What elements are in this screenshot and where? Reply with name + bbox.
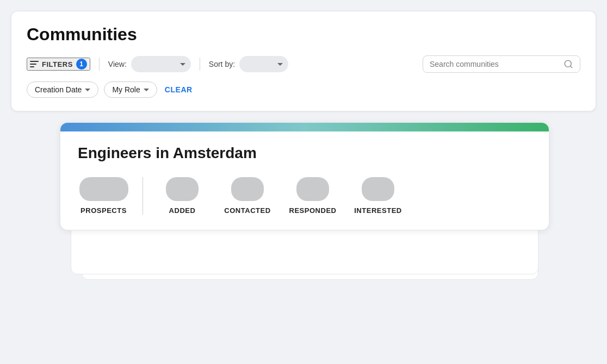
chevron-down-icon-3	[85, 89, 90, 91]
clear-button[interactable]: CLEAR	[163, 82, 195, 97]
filter-tags-row: Creation Date My Role CLEAR	[27, 81, 580, 98]
chevron-down-icon	[180, 63, 185, 66]
added-bubble	[166, 177, 199, 201]
search-icon	[563, 59, 573, 69]
sortby-label: Sort by:	[209, 60, 235, 68]
search-input[interactable]	[430, 60, 559, 68]
chevron-down-icon-2	[277, 63, 283, 66]
stat-group-responded: RESPONDED	[280, 177, 345, 215]
stat-group-contacted: CONTACTED	[215, 177, 280, 215]
creation-date-label: Creation Date	[35, 85, 82, 94]
view-group: View:	[108, 56, 191, 72]
stat-group-interested: INTERESTED	[345, 177, 411, 215]
page-title: Communities	[27, 24, 580, 45]
filters-button[interactable]: FILTERS 1	[27, 58, 90, 71]
community-name: Engineers in Amsterdam	[78, 145, 531, 162]
contacted-label: CONTACTED	[224, 206, 270, 215]
community-card-main[interactable]: Engineers in Amsterdam PROSPECTS ADDED C…	[60, 122, 549, 230]
added-label: ADDED	[169, 206, 196, 215]
sortby-select[interactable]	[239, 56, 288, 72]
sortby-group: Sort by:	[209, 56, 288, 72]
interested-label: INTERESTED	[354, 206, 402, 215]
prospects-bubble	[79, 177, 128, 201]
stat-group-added: ADDED	[150, 177, 215, 215]
my-role-label: My Role	[112, 85, 140, 94]
search-box	[423, 55, 580, 73]
filter-badge: 1	[76, 59, 87, 70]
filters-label: FILTERS	[42, 60, 73, 68]
card-header-bar	[60, 123, 549, 131]
filter-icon	[30, 61, 39, 67]
creation-date-filter[interactable]: Creation Date	[27, 81, 98, 98]
responded-label: RESPONDED	[289, 206, 336, 215]
filter-card: Communities FILTERS 1 View: Sort by:	[11, 11, 596, 111]
prospects-label: PROSPECTS	[80, 206, 127, 215]
filter-row: FILTERS 1 View: Sort by:	[27, 55, 580, 73]
svg-line-1	[570, 66, 572, 67]
interested-bubble	[362, 177, 394, 201]
divider-vertical-2	[200, 58, 200, 71]
responded-bubble	[296, 177, 329, 201]
chevron-down-icon-4	[144, 89, 149, 91]
my-role-filter[interactable]: My Role	[104, 81, 157, 98]
contacted-bubble	[231, 177, 264, 201]
view-select[interactable]	[131, 56, 191, 72]
divider-vertical	[99, 58, 100, 71]
card-body: Engineers in Amsterdam PROSPECTS ADDED C…	[60, 131, 549, 230]
cards-area: Engineers in Amsterdam PROSPECTS ADDED C…	[11, 122, 596, 296]
stat-group-prospects: PROSPECTS	[78, 177, 143, 215]
view-label: View:	[108, 60, 127, 68]
stats-row: PROSPECTS ADDED CONTACTED RESPONDED	[78, 177, 531, 215]
